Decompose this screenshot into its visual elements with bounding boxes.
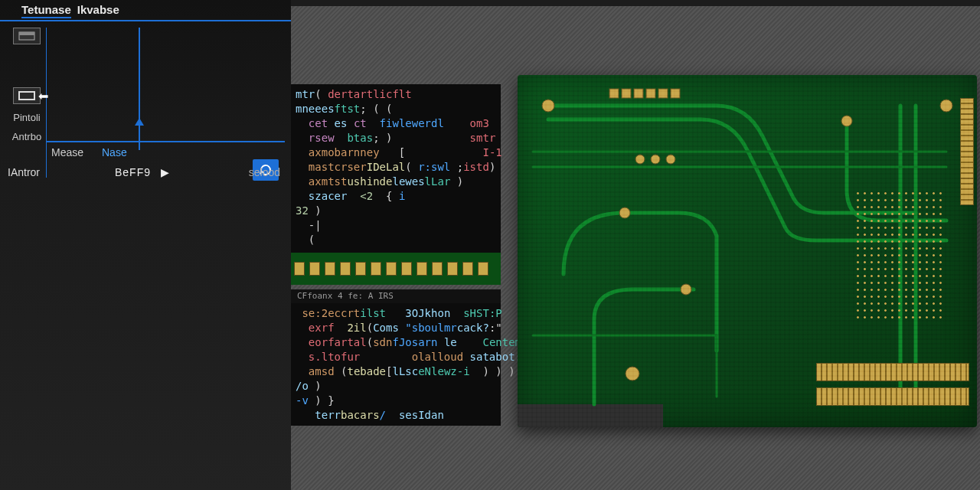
play-icon[interactable]: ▶ <box>161 166 169 178</box>
code-editor-top[interactable]: mtr( dertartlicflt mneeesftst; ( ( cet e… <box>291 84 501 253</box>
label-beff: BeFF9 <box>115 166 151 178</box>
svg-rect-13 <box>622 89 631 98</box>
via-array <box>854 190 946 320</box>
svg-point-6 <box>619 207 630 218</box>
tab-ikvabse[interactable]: Ikvabse <box>77 3 119 18</box>
tool-rect-icon[interactable] <box>13 87 41 104</box>
pcb-traces <box>518 75 977 427</box>
svg-point-11 <box>666 155 675 164</box>
svg-point-5 <box>681 284 691 295</box>
tab-tetunase[interactable]: Tetunase <box>21 3 71 18</box>
svg-rect-14 <box>634 89 643 98</box>
label-nase[interactable]: Nase <box>102 146 127 158</box>
svg-point-3 <box>542 100 554 112</box>
label-antror: IAntror <box>8 166 40 178</box>
tool-window-icon[interactable] <box>13 28 41 44</box>
edge-connector-side <box>960 98 974 205</box>
svg-rect-17 <box>671 89 680 98</box>
svg-point-8 <box>841 116 852 126</box>
timeline-area[interactable]: Mease Nase <box>46 28 285 178</box>
tab-bar: Tetunase Ikvabse <box>0 0 291 21</box>
pcb-thumbnail-strip <box>291 253 501 285</box>
tool-column: Pintoli Antrbo <box>8 28 46 142</box>
svg-point-4 <box>940 100 952 112</box>
code-editor-bottom[interactable]: se:2eccrtilst 3OJkhon sHST:P exrf 2il(Co… <box>291 303 501 426</box>
label-mease: Mease <box>51 146 83 158</box>
svg-rect-2 <box>19 92 34 100</box>
label-pintoli: Pintoli <box>8 112 46 123</box>
svg-point-9 <box>635 155 645 164</box>
edge-connector-2 <box>816 387 969 406</box>
edge-connector-1 <box>816 363 969 381</box>
svg-rect-1 <box>19 32 34 35</box>
left-panel: Tetunase Ikvabse Pintoli Antrbo Mease Na… <box>0 0 291 490</box>
transport-row: IAntror BeFF9 ▶ selood <box>8 162 285 182</box>
label-antrbo: Antrbo <box>8 131 46 142</box>
pcb-notch <box>518 404 663 427</box>
svg-rect-12 <box>609 89 619 98</box>
svg-rect-15 <box>646 89 655 98</box>
label-selood: selood <box>249 166 280 178</box>
back-arrow-icon[interactable]: ⬅ <box>38 89 48 103</box>
svg-rect-16 <box>658 89 668 98</box>
pcb-preview[interactable] <box>518 75 977 427</box>
console-header: CFfoanx 4 fe: A IRS <box>291 289 501 303</box>
svg-point-10 <box>651 155 660 164</box>
svg-point-7 <box>626 367 639 381</box>
